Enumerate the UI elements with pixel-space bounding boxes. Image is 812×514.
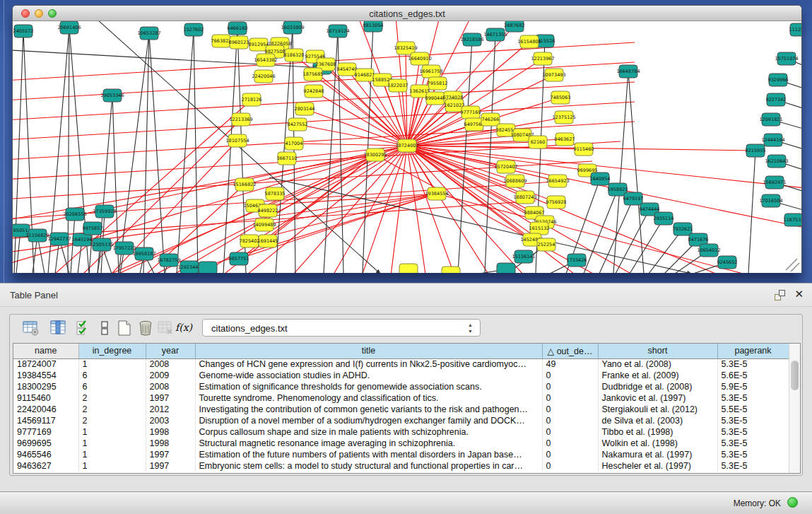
graph-node[interactable]: 1640954 xyxy=(590,173,611,185)
cell-title[interactable]: Changes of HCN gene expression and I(f) … xyxy=(195,358,542,370)
cell-pagerank[interactable]: 5.3E-5 xyxy=(717,426,789,438)
graph-node[interactable]: 12923448 xyxy=(177,261,201,273)
cell-short[interactable]: Dudbridge et al. (2008) xyxy=(598,381,717,392)
graph-node[interactable]: 20206556 xyxy=(63,208,86,221)
cell-pagerank[interactable]: 5.3E-5 xyxy=(717,460,789,472)
table-row[interactable]: 946554611997Estimation of the future num… xyxy=(13,449,789,460)
function-builder-icon[interactable]: f(x) xyxy=(175,322,192,339)
graph-node[interactable]: 2405572 xyxy=(13,25,34,37)
graph-node[interactable]: 9329966 xyxy=(768,74,789,86)
graph-edge[interactable] xyxy=(55,100,252,273)
cell-name[interactable]: 18300295 xyxy=(13,381,78,392)
graph-edge[interactable] xyxy=(177,30,194,273)
cell-name[interactable]: 9777169 xyxy=(13,426,78,438)
graph-node[interactable]: 8427552 xyxy=(288,118,308,131)
graph-node[interactable]: 1875685 xyxy=(303,68,324,81)
graph-node[interactable]: 17359928 xyxy=(93,205,116,218)
cell-year[interactable]: 2003 xyxy=(146,415,195,426)
cell-out_degree[interactable]: 0 xyxy=(542,381,598,392)
graph-node[interactable]: 2718126 xyxy=(242,93,262,106)
graph-node[interactable]: 12444194 xyxy=(761,134,784,146)
graph-node[interactable]: 16648784 xyxy=(616,65,640,78)
table-selector-dropdown[interactable]: citations_edges.txt ▲▼ xyxy=(202,319,481,337)
cell-pagerank[interactable]: 5.9E-5 xyxy=(717,381,789,392)
cell-name[interactable]: 22420046 xyxy=(13,404,78,415)
graph-node[interactable]: 12213369 xyxy=(229,113,252,126)
graph-node[interactable]: 18107554 xyxy=(225,134,249,147)
cell-pagerank[interactable]: 5.3E-5 xyxy=(717,392,789,404)
graph-node[interactable]: 15166822 xyxy=(233,178,256,191)
cell-year[interactable]: 1997 xyxy=(146,392,195,404)
graph-node[interactable]: 15751074 xyxy=(775,52,798,65)
graph-node[interactable]: 1733426 xyxy=(567,254,587,267)
graph-node[interactable]: 7485063 xyxy=(551,91,571,104)
graph-node[interactable]: 7955812 xyxy=(428,77,448,90)
cell-title[interactable]: Investigating the contribution of common… xyxy=(195,404,542,415)
graph-node[interactable]: 8186328 xyxy=(284,49,305,62)
graph-node[interactable]: 15720407 xyxy=(494,160,517,173)
close-panel-icon[interactable]: ✕ xyxy=(794,288,804,300)
graph-node[interactable]: 29053346 xyxy=(100,89,124,102)
column-header-title[interactable]: title xyxy=(195,344,542,358)
graph-node[interactable]: 7932621 xyxy=(673,223,693,235)
cell-in_degree[interactable]: 1 xyxy=(78,426,146,438)
graph-node[interactable]: 1691445 xyxy=(258,235,278,247)
cell-in_degree[interactable]: 6 xyxy=(78,370,146,381)
graph-edge[interactable] xyxy=(613,71,628,273)
network-canvas[interactable]: 2405572206914062905334610653287152760264… xyxy=(13,21,801,273)
graph-node[interactable]: 252254 xyxy=(537,238,555,251)
graph-node[interactable]: 19384554 xyxy=(425,187,448,200)
row-selection-icon[interactable] xyxy=(75,320,92,337)
cell-title[interactable]: Structural magnetic resonance image aver… xyxy=(195,438,542,449)
graph-edge[interactable] xyxy=(294,144,407,146)
graph-node[interactable]: 4498222 xyxy=(258,204,278,217)
cell-year[interactable]: 2012 xyxy=(146,404,195,415)
graph-edge[interactable] xyxy=(13,146,407,269)
graph-node[interactable]: 15692971 xyxy=(763,176,786,189)
cell-pagerank[interactable]: 5.3E-5 xyxy=(717,449,789,460)
cell-year[interactable]: 1997 xyxy=(146,449,195,460)
graph-node[interactable]: 9857751 xyxy=(229,252,249,265)
table-row[interactable]: 1830029562008Estimation of significance … xyxy=(13,381,789,392)
cell-name[interactable]: 19384554 xyxy=(13,370,78,381)
graph-node[interactable]: 12942737 xyxy=(47,233,71,245)
graph-node[interactable]: 9245652 xyxy=(717,256,738,269)
graph-node[interactable]: 17016504 xyxy=(759,194,782,207)
table-row[interactable]: 2242004622012Investigating the contribut… xyxy=(13,404,789,415)
cell-title[interactable]: Estimation of significance thresholds fo… xyxy=(195,381,542,392)
memory-ok-led-icon[interactable] xyxy=(787,497,798,508)
cell-short[interactable]: Jankovic et al. (1997) xyxy=(598,392,717,404)
graph-node[interactable]: 19958187 xyxy=(132,247,155,260)
cell-name[interactable]: 9115460 xyxy=(13,392,78,404)
graph-node[interactable]: 746266 xyxy=(481,113,500,126)
graph-node[interactable]: 12375125 xyxy=(552,111,575,124)
graph-edge[interactable] xyxy=(149,33,165,273)
graph-node[interactable]: 20691406 xyxy=(57,21,81,34)
graph-edge[interactable] xyxy=(298,124,407,146)
graph-node[interactable]: 10973493 xyxy=(542,69,565,81)
graph-node[interactable]: 14099489 xyxy=(252,218,276,231)
graph-node[interactable]: 3667110 xyxy=(277,152,298,165)
delete-rows-trash-icon[interactable] xyxy=(137,320,154,337)
graph-node[interactable]: 2803144 xyxy=(295,103,315,115)
cell-short[interactable]: Tibbo et al. (1998) xyxy=(598,426,717,438)
cell-out_degree[interactable]: 0 xyxy=(542,438,598,449)
cell-name[interactable]: 9465546 xyxy=(13,449,78,460)
column-header-year[interactable]: year xyxy=(146,344,195,358)
graph-node[interactable]: 12213967 xyxy=(531,52,554,65)
cell-out_degree[interactable]: 0 xyxy=(542,404,598,415)
cell-pagerank[interactable]: 5.3E-5 xyxy=(717,438,789,449)
cell-short[interactable]: Wolkin et al. (1998) xyxy=(598,438,717,449)
graph-node[interactable]: 16961758 xyxy=(419,65,442,78)
cell-out_degree[interactable]: 49 xyxy=(542,358,598,370)
graph-node[interactable]: 417004 xyxy=(285,137,303,150)
cell-short[interactable]: Hescheler et al. (1997) xyxy=(598,460,717,472)
graph-edge[interactable] xyxy=(305,109,407,146)
cell-out_degree[interactable]: 0 xyxy=(542,460,598,472)
graph-node[interactable]: 9227342 xyxy=(766,93,787,106)
graph-node[interactable]: 8813054 xyxy=(363,21,384,32)
cell-title[interactable]: Genome-wide association studies in ADHD. xyxy=(195,370,542,381)
graph-node[interactable]: 9463627 xyxy=(555,133,575,146)
table-row[interactable]: 977716911998Corpus callosum shape and si… xyxy=(13,426,789,438)
graph-node[interactable]: 9756928 xyxy=(546,196,567,209)
